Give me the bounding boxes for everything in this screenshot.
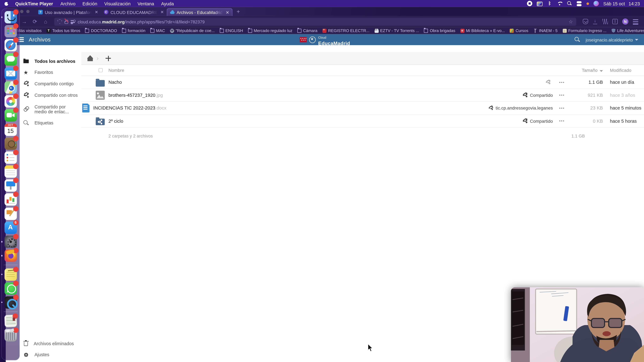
insecure-lock-icon[interactable] [64,21,68,23]
bookmark-item[interactable]: EZTV - TV Torrents ... [374,28,419,33]
share-status[interactable]: tic.cp.andressegovia.leganes [464,106,553,110]
bookmark-item[interactable]: Formulario Ingreso ... [562,28,606,33]
downloads-icon[interactable] [592,19,598,24]
app-menu-icon[interactable] [633,19,638,24]
educamadrid-brand[interactable]: Cloud EducaMadrid [300,34,350,45]
zoom-window-button[interactable] [26,10,30,13]
bookmark-item[interactable]: Cámara [297,28,318,33]
bluetooth-icon[interactable]: ᛒ [547,1,552,6]
menu-bar-clock[interactable]: Sáb 15 oct 14:23 [603,1,640,6]
permissions-icon[interactable] [70,19,75,24]
dock-notes-icon[interactable] [4,165,16,178]
dock-contacts-icon[interactable] [4,137,16,150]
column-name[interactable]: Nombre [108,68,464,73]
menu-archivo[interactable]: Archivo [60,1,76,6]
file-name[interactable]: INCIDENCIAS TIC 2022-2023 [93,106,155,110]
dock-minimized-icon[interactable] [4,315,17,328]
dock-whatsapp-icon[interactable] [4,282,16,295]
user-menu[interactable]: joseignacio.alcaldeprieto [586,37,638,42]
bookmark-item[interactable]: REGISTRO ELECTR... [322,28,370,33]
stop-recording-icon[interactable] [527,1,532,6]
column-modified[interactable]: Modificado [603,68,644,73]
address-bar[interactable]: cloud.educa.madrid.org/index.php/apps/fi… [54,17,576,26]
apple-menu-icon[interactable] [4,1,9,6]
bookmark-item[interactable]: Mi Biblioteca » E-vo... [460,28,505,33]
new-file-button[interactable] [106,56,111,61]
share-status[interactable]: Compartido [464,93,553,98]
bookmark-item[interactable]: ENGLISH [220,28,243,33]
bookmark-item[interactable]: DOCTORADO [85,28,117,33]
library-icon[interactable] [602,19,608,24]
bookmark-item[interactable]: "Républicain de coe... [170,28,215,33]
dock-appstore-icon[interactable]: 6 [4,222,16,234]
select-all-checkbox[interactable] [98,68,103,72]
share-status[interactable]: Compartido [464,118,553,123]
menu-ayuda[interactable]: Ayuda [161,1,174,6]
dock-quicktime-icon[interactable] [4,296,16,309]
file-row[interactable]: INCIDENCIAS TIC 2022-2023 .docx tic.cp.a… [81,102,644,115]
bookmark-item[interactable]: INAEM - 5 [533,28,558,33]
reload-button[interactable]: ⟳ [30,18,39,25]
bookmark-item[interactable]: Life Adventures 6 - ... [612,28,644,33]
dock-calendar-icon[interactable]: OCT15 [4,123,16,136]
dock-messages-icon[interactable] [4,53,16,65]
dock-firefox-icon[interactable] [4,250,16,262]
dock-stickies-icon[interactable] [4,268,16,281]
more-actions-icon[interactable]: ••• [553,119,571,123]
dock-facetime-icon[interactable] [4,109,16,122]
home-icon[interactable] [88,56,93,61]
menu-visualizacion[interactable]: Visualización [104,1,130,6]
bookmark-star-icon[interactable]: ☆ [568,19,573,24]
dock-photos-icon[interactable] [4,95,16,107]
bookmark-item[interactable]: Todos tus libros [46,28,80,33]
menu-edicion[interactable]: Edición [82,1,97,6]
more-actions-icon[interactable]: ••• [553,93,571,97]
dock-numbers-icon[interactable] [4,194,16,206]
column-size[interactable]: Tamaño [571,68,603,73]
file-row[interactable]: Nacho ••• 1.1 GB hace un día [81,76,644,89]
control-center-icon[interactable] [576,1,582,6]
bookmark-item[interactable]: MAC [150,28,165,33]
file-name[interactable]: 2º ciclo [108,118,123,123]
file-name[interactable]: Nacho [108,80,122,84]
file-name[interactable]: brothers-457237_1920 [108,93,156,98]
more-actions-icon[interactable]: ••• [553,80,571,84]
dock-syspref-icon[interactable] [4,236,16,248]
more-actions-icon[interactable]: ••• [553,106,571,110]
siri-icon[interactable] [593,1,599,6]
tab-archivos-active[interactable]: Archivos - EducaMadrid Cloud ✕ [167,8,232,16]
dock-keynote-icon[interactable] [4,179,16,192]
dock-reminders-icon[interactable] [4,151,16,164]
forward-button[interactable]: → [20,18,28,25]
dock-mail-icon[interactable] [4,67,16,79]
dock-safari-icon[interactable] [4,39,16,51]
file-row[interactable]: 2º ciclo Compartido ••• 0 KB hace 5 hora… [81,115,644,128]
account-avatar[interactable]: N [622,18,628,25]
bookmark-item[interactable]: Obra brigadas [424,28,455,33]
pocket-icon[interactable] [583,19,588,24]
dock-launchpad-icon[interactable] [4,25,16,37]
menu-app-name[interactable]: QuickTime Player [15,1,53,6]
wifi-icon[interactable] [557,1,562,6]
search-icon[interactable] [575,37,580,42]
minimize-window-button[interactable] [20,10,24,13]
tab-cloud-educamadrid[interactable]: C CLOUD EDUCAMADRID, SESIÓ ✕ [101,8,167,16]
tracking-shield-icon[interactable] [58,19,62,24]
home-button[interactable]: ⌂ [41,18,50,25]
menu-ventana[interactable]: Ventana [138,1,154,6]
share-status[interactable] [464,80,553,84]
file-row[interactable]: brothers-457237_1920 .jpg Compartido •••… [81,89,644,102]
dock-maps-icon[interactable] [4,81,16,93]
spotlight-icon[interactable] [567,1,572,6]
bookmark-item[interactable]: Cursos [510,28,528,33]
bookmark-item[interactable]: formación [122,28,146,33]
dock-finder-icon[interactable] [4,11,16,23]
tab-close-icon[interactable]: ✕ [225,10,229,14]
tab-uso-avanzado[interactable]: ? Uso avanzado | Plataforma Tec ✕ [36,8,101,16]
bookmark-item[interactable]: Mercado regulado luz [248,28,292,33]
tab-close-icon[interactable]: ✕ [94,10,98,14]
dock-trash-icon[interactable] [4,329,16,341]
sidebar-toggle-icon[interactable] [612,19,618,24]
display-mirroring-icon[interactable] [537,1,542,6]
tab-close-icon[interactable]: ✕ [160,10,164,14]
